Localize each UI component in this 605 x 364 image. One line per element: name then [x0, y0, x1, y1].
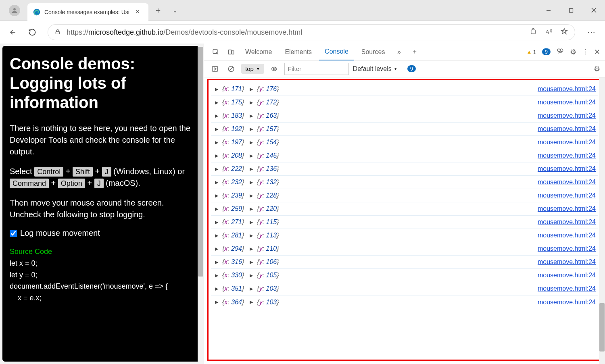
devtools-close-icon[interactable]: ✕ — [594, 48, 600, 56]
devtools-scrollbar[interactable] — [599, 77, 605, 364]
console-log-row[interactable]: ▶{x: 316}▶{y: 106}mousemove.html:24 — [211, 256, 598, 269]
inspect-icon[interactable] — [209, 45, 223, 59]
source-link[interactable]: mousemove.html:24 — [538, 285, 596, 292]
source-link[interactable]: mousemove.html:24 — [538, 232, 596, 239]
toggle-sidebar-icon[interactable] — [209, 63, 221, 75]
source-link[interactable]: mousemove.html:24 — [538, 139, 596, 146]
expand-icon[interactable]: ▶ — [215, 206, 218, 212]
expand-icon[interactable]: ▶ — [215, 180, 218, 185]
source-link[interactable]: mousemove.html:24 — [538, 179, 596, 186]
expand-icon[interactable]: ▶ — [250, 273, 253, 278]
console-log-row[interactable]: ▶{x: 271}▶{y: 115}mousemove.html:24 — [211, 216, 598, 229]
page-scrollbar-thumb[interactable] — [198, 47, 203, 277]
expand-icon[interactable]: ▶ — [250, 180, 253, 185]
expand-icon[interactable]: ▶ — [215, 273, 218, 278]
tab-console[interactable]: Console — [319, 44, 354, 60]
settings-icon[interactable]: ⚙ — [570, 48, 576, 56]
expand-icon[interactable]: ▶ — [250, 166, 253, 172]
source-link[interactable]: mousemove.html:24 — [538, 245, 596, 252]
tab-elements[interactable]: Elements — [279, 44, 317, 60]
console-log-row[interactable]: ▶{x: 364}▶{y: 103}mousemove.html:24 — [211, 295, 598, 309]
expand-icon[interactable]: ▶ — [215, 246, 218, 252]
expand-icon[interactable]: ▶ — [215, 286, 218, 291]
issues-badge[interactable]: 9 — [407, 65, 416, 72]
console-log-row[interactable]: ▶{x: 222}▶{y: 136}mousemove.html:24 — [211, 162, 598, 176]
console-log-row[interactable]: ▶{x: 330}▶{y: 105}mousemove.html:24 — [211, 269, 598, 282]
console-log-row[interactable]: ▶{x: 239}▶{y: 128}mousemove.html:24 — [211, 189, 598, 202]
source-link[interactable]: mousemove.html:24 — [538, 205, 596, 212]
console-log-row[interactable]: ▶{x: 175}▶{y: 172}mousemove.html:24 — [211, 96, 598, 109]
tab-sources[interactable]: Sources — [356, 44, 391, 60]
expand-icon[interactable]: ▶ — [250, 300, 253, 305]
new-tab-button[interactable]: ＋ — [151, 3, 165, 18]
expand-icon[interactable]: ▶ — [250, 193, 253, 198]
live-expression-icon[interactable] — [268, 63, 280, 75]
source-link[interactable]: mousemove.html:24 — [538, 299, 596, 306]
browser-menu-button[interactable]: ⋯ — [587, 27, 595, 37]
expand-icon[interactable]: ▶ — [215, 260, 218, 265]
expand-icon[interactable]: ▶ — [215, 193, 218, 198]
levels-selector[interactable]: Default levels▼ — [353, 65, 398, 73]
expand-icon[interactable]: ▶ — [250, 127, 253, 132]
expand-icon[interactable]: ▶ — [215, 153, 218, 158]
console-log-row[interactable]: ▶{x: 192}▶{y: 157}mousemove.html:24 — [211, 123, 598, 136]
warning-badge[interactable]: 1 — [527, 48, 536, 55]
expand-icon[interactable]: ▶ — [215, 300, 218, 305]
expand-icon[interactable]: ▶ — [250, 246, 253, 252]
console-log-row[interactable]: ▶{x: 232}▶{y: 132}mousemove.html:24 — [211, 176, 598, 189]
expand-icon[interactable]: ▶ — [215, 100, 218, 105]
expand-icon[interactable]: ▶ — [215, 166, 218, 172]
expand-icon[interactable]: ▶ — [215, 113, 218, 119]
console-log-row[interactable]: ▶{x: 183}▶{y: 163}mousemove.html:24 — [211, 109, 598, 123]
expand-icon[interactable]: ▶ — [215, 87, 218, 92]
source-link[interactable]: mousemove.html:24 — [538, 272, 596, 279]
expand-icon[interactable]: ▶ — [215, 220, 218, 225]
refresh-button[interactable] — [24, 24, 40, 40]
expand-icon[interactable]: ▶ — [250, 87, 253, 92]
devtools-menu-icon[interactable]: ⋮ — [582, 48, 588, 56]
source-link[interactable]: mousemove.html:24 — [538, 99, 596, 106]
source-link[interactable]: mousemove.html:24 — [538, 218, 596, 226]
filter-input[interactable] — [284, 63, 349, 75]
console-log-row[interactable]: ▶{x: 281}▶{y: 113}mousemove.html:24 — [211, 229, 598, 242]
source-link[interactable]: mousemove.html:24 — [538, 152, 596, 159]
console-settings-icon[interactable]: ⚙ — [594, 64, 600, 73]
expand-icon[interactable]: ▶ — [215, 127, 218, 132]
page-scrollbar[interactable] — [198, 46, 204, 362]
source-link[interactable]: mousemove.html:24 — [538, 192, 596, 199]
address-bar[interactable]: https://microsoftedge.github.io/Demos/de… — [48, 24, 575, 40]
expand-icon[interactable]: ▶ — [215, 233, 218, 238]
read-aloud-icon[interactable]: A)) — [545, 29, 552, 36]
profile-button[interactable] — [9, 5, 20, 16]
source-link[interactable]: mousemove.html:24 — [538, 165, 596, 173]
expand-icon[interactable]: ▶ — [250, 153, 253, 158]
new-tab-icon[interactable]: ＋ — [408, 45, 421, 59]
tab-welcome[interactable]: Welcome — [240, 44, 277, 60]
browser-tab[interactable]: Console messages examples: Usi × — [27, 3, 148, 21]
minimize-button[interactable] — [537, 2, 560, 19]
source-link[interactable]: mousemove.html:24 — [538, 85, 596, 93]
console-log-row[interactable]: ▶{x: 197}▶{y: 154}mousemove.html:24 — [211, 136, 598, 149]
tabs-menu-button[interactable]: ⌄ — [168, 3, 182, 18]
context-selector[interactable]: top▼ — [241, 64, 264, 74]
console-log-row[interactable]: ▶{x: 171}▶{y: 176}mousemove.html:24 — [211, 83, 598, 96]
favorite-icon[interactable] — [560, 27, 568, 37]
expand-icon[interactable]: ▶ — [250, 206, 253, 212]
source-link[interactable]: mousemove.html:24 — [538, 112, 596, 119]
expand-icon[interactable]: ▶ — [250, 233, 253, 238]
shopping-icon[interactable] — [530, 28, 537, 37]
expand-icon[interactable]: ▶ — [250, 260, 253, 265]
log-checkbox[interactable] — [10, 230, 17, 237]
expand-icon[interactable]: ▶ — [250, 286, 253, 291]
device-toggle-icon[interactable] — [224, 45, 238, 59]
clear-console-icon[interactable] — [225, 63, 237, 75]
back-button[interactable] — [5, 24, 21, 40]
expand-icon[interactable]: ▶ — [250, 113, 253, 119]
more-tabs-icon[interactable]: » — [392, 45, 406, 59]
console-log-row[interactable]: ▶{x: 208}▶{y: 145}mousemove.html:24 — [211, 149, 598, 162]
console-log-row[interactable]: ▶{x: 294}▶{y: 110}mousemove.html:24 — [211, 242, 598, 256]
info-badge[interactable]: 9 — [542, 48, 551, 55]
source-link[interactable]: mousemove.html:24 — [538, 258, 596, 266]
maximize-button[interactable] — [560, 2, 582, 19]
devtools-scrollbar-thumb[interactable] — [599, 303, 605, 352]
